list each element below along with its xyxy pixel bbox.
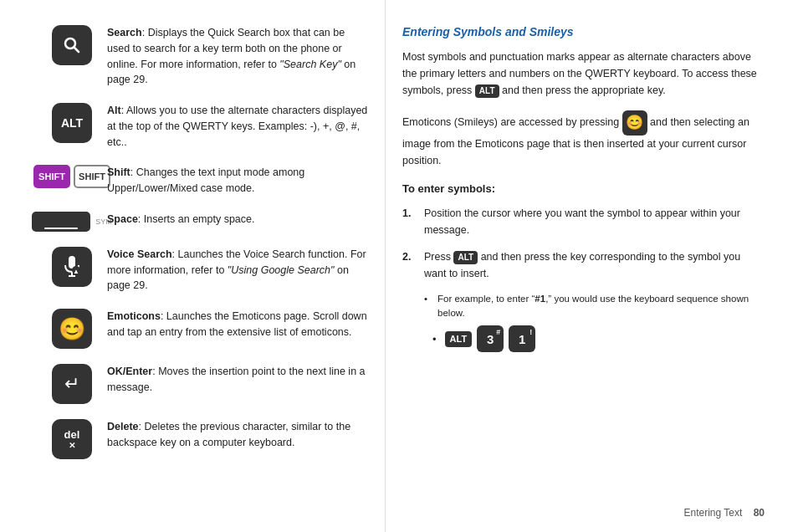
alt-row: ALT Alt: Allows you to use the alternate… xyxy=(50,103,368,150)
step1-num: 1. xyxy=(402,205,416,238)
voice-label: Voice Search xyxy=(107,248,172,260)
key3-label: 3 xyxy=(487,332,494,346)
space-icon-container: SYM xyxy=(50,212,94,232)
alt-badge-step2: ALT xyxy=(453,251,478,264)
delete-text: : Deletes the previous character, simila… xyxy=(107,421,350,448)
voice-icon: ▲ xyxy=(52,247,92,287)
alt-badge-para1: ALT xyxy=(475,84,499,98)
step-1: 1. Position the cursor where you want th… xyxy=(402,205,765,238)
alt-label: Alt xyxy=(107,105,121,116)
to-enter-label: To enter symbols: xyxy=(402,181,765,198)
step2-text: Press ALT and then press the key corresp… xyxy=(424,248,765,282)
shift-desc: Shift: Changes the text input mode among… xyxy=(107,165,368,197)
shift-icon-container: SHIFT SHIFT xyxy=(50,165,94,188)
shift-text: : Changes the text input mode among Uppe… xyxy=(107,166,304,194)
space-desc: Space: Inserts an empty space. xyxy=(107,212,368,228)
okenter-row: ↵ OK/Enter: Moves the insertion point to… xyxy=(50,364,368,404)
para1: Most symbols and punctuation marks appea… xyxy=(402,49,765,99)
section-title: Entering Symbols and Smileys xyxy=(402,25,765,38)
emoticons-row: 😊 Emoticons: Launches the Emoticons page… xyxy=(50,309,368,349)
svg-line-1 xyxy=(74,48,79,53)
para2: Emoticons (Smileys) are accessed by pres… xyxy=(402,110,765,169)
search-row: Search: Displays the Quick Search box th… xyxy=(50,25,368,88)
voice-desc: Voice Search: Launches the Voice Search … xyxy=(107,247,368,294)
okenter-icon: ↵ xyxy=(52,364,92,404)
shift-label: Shift xyxy=(107,166,130,178)
space-label: Space xyxy=(107,213,138,225)
shift-active-icon: SHIFT xyxy=(33,165,70,188)
delete-label: Delete xyxy=(107,421,139,432)
footer-page: 80 xyxy=(754,507,765,519)
footer-text: Entering Text xyxy=(683,507,742,519)
shift-row: SHIFT SHIFT Shift: Changes the text inpu… xyxy=(50,165,368,197)
okenter-desc: OK/Enter: Moves the insertion point to t… xyxy=(107,364,368,396)
step-2: 2. Press ALT and then press the key corr… xyxy=(402,248,765,282)
space-row: SYM Space: Inserts an empty space. xyxy=(50,212,368,232)
para2-prefix: Emoticons (Smileys) are accessed by pres… xyxy=(402,116,619,128)
key1-super: ! xyxy=(529,328,532,336)
left-panel: Search: Displays the Quick Search box th… xyxy=(0,0,385,532)
okenter-label: OK/Enter xyxy=(107,366,152,377)
bullet-section: For example, to enter “#1,” you would us… xyxy=(424,292,765,353)
voice-row: ▲ Voice Search: Launches the Voice Searc… xyxy=(50,247,368,294)
space-icon xyxy=(32,212,90,232)
voice-icon-container: ▲ xyxy=(50,247,94,287)
bullet-dot: • xyxy=(432,333,437,345)
alt-text: : Allows you to use the alternate charac… xyxy=(107,105,367,148)
key-3: 3 # xyxy=(477,325,504,352)
alt-icon: ALT xyxy=(52,103,92,143)
delete-row: del ✕ Delete: Deletes the previous chara… xyxy=(50,419,368,459)
emoticon-icon-container: 😊 xyxy=(50,309,94,349)
emoticon-inline-icon: 😊 xyxy=(622,110,647,136)
bullet1-bold: #1 xyxy=(535,294,545,304)
emoticon-icon: 😊 xyxy=(52,309,92,349)
step1-text: Position the cursor where you want the s… xyxy=(424,205,765,238)
bullet-1: For example, to enter “#1,” you would us… xyxy=(424,292,765,321)
search-icon-container xyxy=(50,25,94,65)
emoticons-desc: Emoticons: Launches the Emoticons page. … xyxy=(107,309,368,340)
para1-mid: and then press the appropriate key. xyxy=(502,84,666,96)
space-text: : Inserts an empty space. xyxy=(138,213,255,225)
alt-key-seq: ALT xyxy=(445,331,473,347)
key1-label: 1 xyxy=(519,332,525,346)
delete-icon-container: del ✕ xyxy=(50,419,94,459)
space-key-row: SYM xyxy=(32,212,112,232)
key-sequence: • ALT 3 # 1 ! xyxy=(432,325,765,352)
search-icon xyxy=(52,25,92,65)
bullet1-text: For example, to enter “#1,” you would us… xyxy=(437,292,765,321)
alt-icon-container: ALT xyxy=(50,103,94,143)
search-italic: "Search Key" xyxy=(279,59,341,70)
shift-outline-icon: SHIFT xyxy=(74,165,110,188)
steps-list: 1. Position the cursor where you want th… xyxy=(402,205,765,282)
okenter-icon-container: ↵ xyxy=(50,364,94,404)
search-desc: Search: Displays the Quick Search box th… xyxy=(107,25,368,88)
key-1: 1 ! xyxy=(509,325,535,352)
step2-num: 2. xyxy=(402,248,416,282)
voice-italic: "Using Google Search" xyxy=(228,264,335,276)
emoticons-label: Emoticons xyxy=(107,310,161,322)
search-label: Search xyxy=(107,27,142,38)
key3-super: # xyxy=(496,328,500,336)
delete-desc: Delete: Deletes the previous character, … xyxy=(107,419,368,451)
alt-desc: Alt: Allows you to use the alternate cha… xyxy=(107,103,368,150)
svg-text:▲: ▲ xyxy=(73,268,79,275)
right-panel: Entering Symbols and Smileys Most symbol… xyxy=(385,0,798,532)
delete-icon: del ✕ xyxy=(52,419,92,459)
shift-pair: SHIFT SHIFT xyxy=(33,165,110,188)
footer: Entering Text 80 xyxy=(683,507,765,519)
